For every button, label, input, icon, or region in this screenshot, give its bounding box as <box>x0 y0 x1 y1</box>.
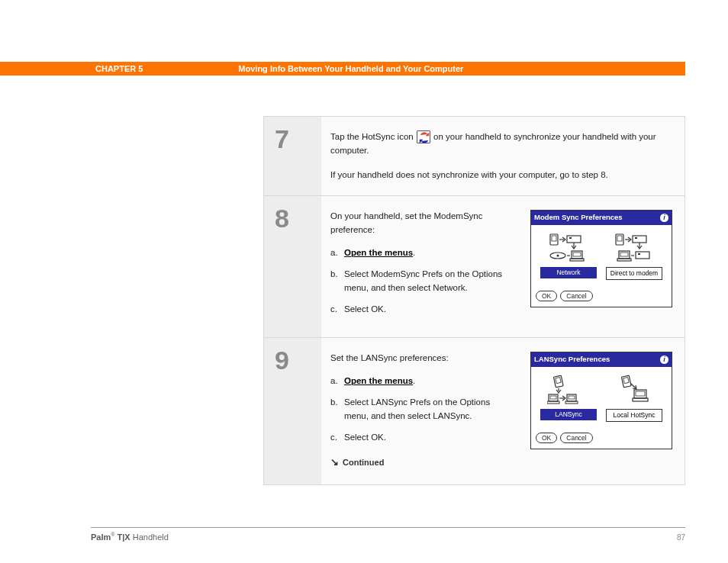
svg-rect-30 <box>633 398 648 401</box>
step-number-cell: 9 <box>264 338 321 484</box>
step-7-paragraph-1: Tap the HotSync icon on your handheld to… <box>330 130 672 158</box>
option-label-direct: Direct to modem <box>606 267 662 280</box>
suffix: Handheld <box>133 532 169 542</box>
substep-label: b. <box>330 396 344 423</box>
device-options: Network <box>531 225 672 286</box>
svg-rect-8 <box>570 259 584 261</box>
cancel-button: Cancel <box>560 433 592 443</box>
device-titlebar: LANSync Preferences i <box>531 352 672 367</box>
step-9-body: Set the LANSync preferences: a. Open the… <box>321 338 685 484</box>
chapter-label: CHAPTER 5 <box>95 64 143 73</box>
option-label-local: Local HotSync <box>606 409 662 422</box>
open-menus-link[interactable]: Open the menus <box>344 248 413 257</box>
option-network: Network <box>537 233 601 280</box>
svg-rect-16 <box>636 252 649 259</box>
svg-rect-22 <box>547 401 559 404</box>
page-number: 87 <box>677 533 685 542</box>
substep-label: b. <box>330 268 344 295</box>
svg-rect-17 <box>638 253 640 255</box>
option-label-network: Network <box>540 267 597 278</box>
device-footer: OK Cancel <box>531 286 672 307</box>
substep-text: Select OK. <box>344 303 506 317</box>
svg-rect-10 <box>617 236 622 241</box>
text: Tap the HotSync icon <box>330 132 414 141</box>
substep-text: Select LANSync Prefs on the Options menu… <box>344 396 506 423</box>
svg-rect-14 <box>620 253 628 256</box>
device-footer: OK Cancel <box>531 428 672 449</box>
step-8-body: On your handheld, set the ModemSync pref… <box>321 196 685 337</box>
modem-sync-screenshot: Modem Sync Preferences i <box>530 210 672 307</box>
product-label: Palm® T|X Handheld <box>91 532 169 542</box>
svg-rect-15 <box>617 259 631 261</box>
option-direct-modem: Direct to modem <box>603 233 666 280</box>
device-titlebar: Modem Sync Preferences i <box>531 211 672 225</box>
ok-button: OK <box>536 433 557 443</box>
step-number: 8 <box>275 205 311 231</box>
chapter-header: CHAPTER 5 Moving Info Between Your Handh… <box>0 62 685 76</box>
substep-b: b. Select ModemSync Prefs on the Options… <box>330 268 506 295</box>
lansync-diagram-icon <box>547 375 590 405</box>
brand: Palm <box>91 532 111 542</box>
continued-indicator: ↘ Continued <box>330 455 506 470</box>
svg-rect-7 <box>573 253 581 256</box>
chapter-title: Moving Info Between Your Handheld and Yo… <box>238 64 463 73</box>
step-number: 7 <box>275 126 311 152</box>
substep-label: a. <box>330 375 344 388</box>
footer-rule <box>91 527 685 528</box>
step-7-row: 7 Tap the HotSync icon on your handheld … <box>264 117 685 196</box>
cancel-button: Cancel <box>560 291 592 301</box>
substep-label: c. <box>330 431 344 445</box>
dot: . <box>413 248 415 257</box>
svg-rect-24 <box>569 396 575 399</box>
info-icon: i <box>660 355 668 364</box>
svg-rect-11 <box>633 236 646 243</box>
option-lansync: LANSync <box>537 375 601 422</box>
continued-arrow-icon: ↘ <box>330 455 339 470</box>
reg-mark: ® <box>111 532 114 537</box>
substep-label: c. <box>330 303 344 317</box>
svg-point-5 <box>556 255 559 257</box>
svg-rect-1 <box>552 236 556 241</box>
step-number-cell: 8 <box>264 196 321 337</box>
svg-rect-27 <box>623 378 629 384</box>
lansync-screenshot: LANSync Preferences i <box>530 352 672 449</box>
ok-button: OK <box>536 291 557 301</box>
direct-modem-diagram-icon <box>613 233 656 263</box>
model: T|X <box>118 532 130 542</box>
device-title: Modem Sync Preferences <box>534 212 623 224</box>
step-number-cell: 7 <box>264 117 321 195</box>
steps-table: 7 Tap the HotSync icon on your handheld … <box>263 116 685 485</box>
substep-label: a. <box>330 246 344 260</box>
substep-text: Select ModemSync Prefs on the Options me… <box>344 268 506 295</box>
dot: . <box>413 376 415 385</box>
substep-c: c. Select OK. <box>330 303 506 317</box>
continued-label: Continued <box>343 456 384 469</box>
page-footer: Palm® T|X Handheld 87 <box>91 532 685 542</box>
step-9-row: 9 Set the LANSync preferences: a. Open t… <box>264 338 685 484</box>
intro-text: On your handheld, set the ModemSync pref… <box>330 210 506 237</box>
device-title: LANSync Preferences <box>534 354 610 365</box>
substep-a: a. Open the menus. <box>330 246 506 260</box>
svg-rect-12 <box>635 237 637 239</box>
substeps-list: a. Open the menus. b. Select LANSync Pre… <box>330 375 506 444</box>
local-hotsync-diagram-icon <box>613 375 656 405</box>
step-8-row: 8 On your handheld, set the ModemSync pr… <box>264 196 685 338</box>
svg-rect-19 <box>556 378 561 384</box>
open-menus-link[interactable]: Open the menus <box>344 376 413 385</box>
substep-c: c. Select OK. <box>330 431 506 445</box>
svg-rect-21 <box>550 396 556 399</box>
step-8-text: On your handheld, set the ModemSync pref… <box>330 210 506 323</box>
step-7-body: Tap the HotSync icon on your handheld to… <box>321 117 685 195</box>
svg-rect-29 <box>636 391 645 396</box>
option-label-lansync: LANSync <box>540 409 597 420</box>
intro-text: Set the LANSync preferences: <box>330 352 506 365</box>
substep-a: a. Open the menus. <box>330 375 506 388</box>
svg-rect-3 <box>569 237 572 239</box>
substep-b: b. Select LANSync Prefs on the Options m… <box>330 396 506 423</box>
info-icon: i <box>660 214 668 222</box>
option-local-hotsync: Local HotSync <box>603 375 666 422</box>
svg-rect-2 <box>567 236 581 243</box>
step-9-text: Set the LANSync preferences: a. Open the… <box>330 352 506 470</box>
step-number: 9 <box>275 347 311 373</box>
svg-rect-25 <box>565 401 578 404</box>
